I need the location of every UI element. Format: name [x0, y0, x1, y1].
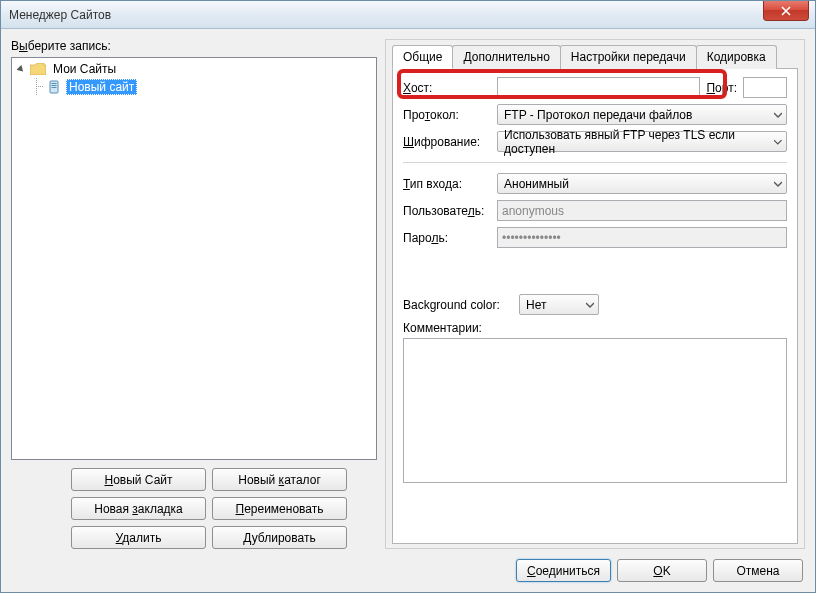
- tree-child-item[interactable]: Новый сайт: [14, 78, 374, 96]
- chevron-down-icon: [774, 180, 782, 188]
- ok-button[interactable]: OK: [617, 559, 707, 582]
- comments-label: Комментарии:: [403, 321, 787, 335]
- protocol-label: Протокол:: [403, 108, 491, 122]
- content-area: Выберите запись: Мои Сайты: [1, 29, 815, 592]
- logintype-row: Тип входа: Анонимный: [403, 173, 787, 194]
- logintype-value: Анонимный: [504, 177, 569, 191]
- password-input: [497, 227, 787, 248]
- sites-tree[interactable]: Мои Сайты Новый сайт: [11, 57, 377, 460]
- logintype-select[interactable]: Анонимный: [497, 173, 787, 194]
- main-row: Выберите запись: Мои Сайты: [11, 39, 805, 549]
- tree-root-label: Мои Сайты: [50, 61, 119, 77]
- tab-body-general: Хост: Порт: Протокол: FTP - Протокол пер…: [392, 69, 798, 544]
- protocol-select[interactable]: FTP - Протокол передачи файлов: [497, 104, 787, 125]
- user-label: Пользователь:: [403, 204, 491, 218]
- spacer: [403, 254, 787, 294]
- bgcolor-select[interactable]: Нет: [519, 294, 599, 315]
- separator: [403, 162, 787, 163]
- tabstrip: Общие Дополнительно Настройки передачи К…: [392, 44, 798, 69]
- tab-transfer[interactable]: Настройки передачи: [560, 45, 697, 69]
- right-panel: Общие Дополнительно Настройки передачи К…: [385, 39, 805, 549]
- svg-rect-3: [52, 87, 57, 88]
- protocol-row: Протокол: FTP - Протокол передачи файлов: [403, 104, 787, 125]
- close-icon: [781, 6, 791, 16]
- host-label: Хост:: [403, 81, 491, 95]
- tab-advanced[interactable]: Дополнительно: [452, 45, 560, 69]
- encryption-value: Использовать явный FTP через TLS если до…: [504, 128, 774, 156]
- new-site-button[interactable]: Новый Сайт: [71, 468, 206, 491]
- bgcolor-label: Background color:: [403, 298, 513, 312]
- collapse-icon[interactable]: [16, 64, 26, 74]
- encryption-row: Шифрование: Использовать явный FTP через…: [403, 131, 787, 152]
- bgcolor-value: Нет: [526, 298, 546, 312]
- host-input[interactable]: [497, 77, 700, 98]
- select-entry-label: Выберите запись:: [11, 39, 377, 53]
- left-button-grid: Новый Сайт Новый каталог Новая закладка …: [11, 460, 377, 549]
- new-folder-button[interactable]: Новый каталог: [212, 468, 347, 491]
- close-button[interactable]: [763, 1, 809, 21]
- chevron-down-icon: [774, 111, 782, 119]
- svg-rect-2: [52, 85, 57, 86]
- tab-general[interactable]: Общие: [392, 45, 453, 69]
- server-icon: [46, 80, 62, 94]
- user-row: Пользователь:: [403, 200, 787, 221]
- connect-button[interactable]: Соединиться: [516, 559, 611, 582]
- duplicate-button[interactable]: Дублировать: [212, 526, 347, 549]
- rename-button[interactable]: Переименовать: [212, 497, 347, 520]
- tree-root-item[interactable]: Мои Сайты: [14, 60, 374, 78]
- logintype-label: Тип входа:: [403, 177, 491, 191]
- chevron-down-icon: [586, 301, 594, 309]
- site-manager-window: Менеджер Сайтов Выберите запись:: [0, 0, 816, 593]
- svg-rect-1: [52, 83, 57, 84]
- left-panel: Выберите запись: Мои Сайты: [11, 39, 377, 549]
- dialog-footer: Соединиться OK Отмена: [11, 549, 805, 582]
- tree-child-label: Новый сайт: [66, 79, 137, 95]
- bgcolor-row: Background color: Нет: [403, 294, 787, 315]
- encryption-select[interactable]: Использовать явный FTP через TLS если до…: [497, 131, 787, 152]
- comments-textarea[interactable]: [403, 338, 787, 483]
- titlebar[interactable]: Менеджер Сайтов: [1, 1, 815, 29]
- cancel-button[interactable]: Отмена: [713, 559, 803, 582]
- encryption-label: Шифрование:: [403, 135, 491, 149]
- tree-connector-icon: [32, 78, 42, 96]
- user-input: [497, 200, 787, 221]
- port-input[interactable]: [743, 77, 787, 98]
- new-bookmark-button[interactable]: Новая закладка: [71, 497, 206, 520]
- delete-button[interactable]: Удалить: [71, 526, 206, 549]
- folder-icon: [30, 62, 46, 76]
- protocol-value: FTP - Протокол передачи файлов: [504, 108, 692, 122]
- titlebar-buttons: [763, 1, 815, 28]
- port-label: Порт:: [706, 81, 737, 95]
- host-row: Хост: Порт:: [403, 77, 787, 98]
- password-label: Пароль:: [403, 231, 491, 245]
- window-title: Менеджер Сайтов: [9, 8, 111, 22]
- tab-charset[interactable]: Кодировка: [696, 45, 777, 69]
- chevron-down-icon: [774, 138, 782, 146]
- password-row: Пароль:: [403, 227, 787, 248]
